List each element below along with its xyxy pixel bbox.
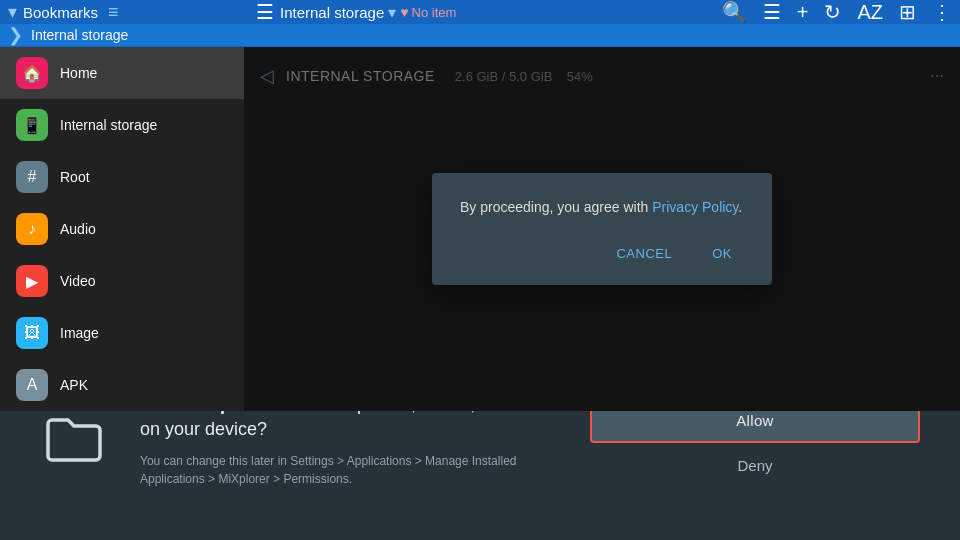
ok-button[interactable]: OK (700, 238, 744, 269)
dialog-text-after-link: . (738, 199, 742, 215)
hamburger-icon[interactable]: ☰ (256, 0, 274, 24)
storage-icon: 📱 (16, 109, 48, 141)
sidebar-item-video[interactable]: ▶ Video (0, 255, 244, 307)
toolbar-path: Internal storage ▾ ♥ No item (280, 3, 456, 22)
sidebar-item-apk[interactable]: A APK (0, 359, 244, 411)
path-title: Internal storage (280, 4, 384, 21)
folder-icon (40, 404, 108, 472)
file-view: ◁ INTERNAL STORAGE 2.6 GiB / 5.0 GiB 54%… (244, 47, 960, 411)
privacy-policy-link[interactable]: Privacy Policy (652, 199, 738, 215)
search-icon[interactable]: 🔍 (722, 0, 747, 24)
no-item-label: ♥ No item (400, 4, 456, 20)
sort-icon[interactable]: ≡ (108, 2, 119, 23)
list-view-icon[interactable]: ☰ (763, 0, 781, 24)
sidebar-item-home-label: Home (60, 65, 97, 81)
sub-toolbar: ❯ Internal storage (0, 24, 960, 47)
sub-chevron-icon[interactable]: ❯ (8, 24, 23, 46)
toolbar-actions: 🔍 ☰ + ↻ AZ ⊞ ⋮ (722, 0, 952, 24)
sidebar-item-root-label: Root (60, 169, 90, 185)
toolbar: ▾ Bookmarks ≡ ☰ Internal storage ▾ ♥ No … (0, 0, 960, 24)
video-icon: ▶ (16, 265, 48, 297)
audio-icon: ♪ (16, 213, 48, 245)
cancel-button[interactable]: CANCEL (604, 238, 684, 269)
add-icon[interactable]: + (797, 1, 809, 24)
root-icon: # (16, 161, 48, 193)
permission-icon-wrap (40, 404, 108, 476)
az-sort-icon[interactable]: AZ (857, 1, 883, 24)
refresh-icon[interactable]: ↻ (824, 0, 841, 24)
sidebar-item-root[interactable]: # Root (0, 151, 244, 203)
sidebar-item-storage-label: Internal storage (60, 117, 157, 133)
image-icon: 🖼 (16, 317, 48, 349)
privacy-policy-dialog: By proceeding, you agree with Privacy Po… (432, 173, 772, 285)
sub-path-label: Internal storage (31, 27, 128, 43)
apk-icon: A (16, 369, 48, 401)
sidebar-item-image[interactable]: 🖼 Image (0, 307, 244, 359)
toolbar-left: ▾ Bookmarks ≡ (8, 1, 248, 23)
grid-view-icon[interactable]: ⊞ (899, 0, 916, 24)
deny-button[interactable]: Deny (590, 449, 920, 482)
heart-icon: ♥ (400, 4, 408, 20)
sidebar-item-audio-label: Audio (60, 221, 96, 237)
no-item-text: No item (412, 5, 457, 20)
privacy-policy-overlay: By proceeding, you agree with Privacy Po… (244, 47, 960, 411)
sidebar-item-internal-storage[interactable]: 📱 Internal storage (0, 99, 244, 151)
dialog-actions: CANCEL OK (460, 238, 744, 269)
sidebar-item-image-label: Image (60, 325, 99, 341)
toolbar-center: ☰ Internal storage ▾ ♥ No item (256, 0, 714, 24)
dialog-text: By proceeding, you agree with Privacy Po… (460, 197, 744, 218)
more-options-icon[interactable]: ⋮ (932, 0, 952, 24)
permission-sub-text: You can change this later in Settings > … (140, 452, 558, 488)
sidebar-item-video-label: Video (60, 273, 96, 289)
sidebar: 🏠 Home 📱 Internal storage # Root ♪ Audio… (0, 47, 244, 411)
home-icon: 🏠 (16, 57, 48, 89)
bookmarks-label: Bookmarks (23, 4, 98, 21)
content-area: 🏠 Home 📱 Internal storage # Root ♪ Audio… (0, 47, 960, 411)
sidebar-item-apk-label: APK (60, 377, 88, 393)
dialog-text-before-link: By proceeding, you agree with (460, 199, 652, 215)
sidebar-item-home[interactable]: 🏠 Home (0, 47, 244, 99)
bookmarks-chevron-icon[interactable]: ▾ (8, 1, 17, 23)
sidebar-item-audio[interactable]: ♪ Audio (0, 203, 244, 255)
app-container: ▾ Bookmarks ≡ ☰ Internal storage ▾ ♥ No … (0, 0, 960, 340)
path-chevron-icon[interactable]: ▾ (388, 3, 396, 22)
